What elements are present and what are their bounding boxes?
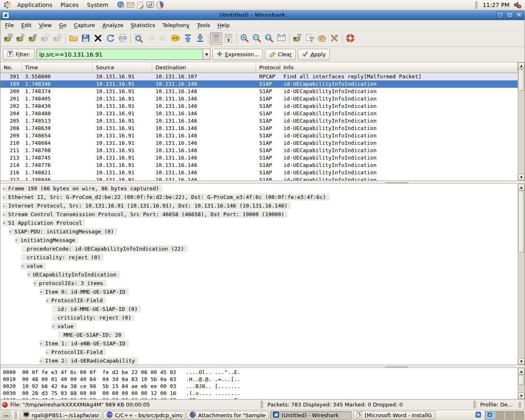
taskbar-grip[interactable] bbox=[14, 411, 17, 419]
workspace-1[interactable] bbox=[485, 411, 495, 419]
packet-detail-row[interactable]: id: id-MME-UE-S1AP-ID (0) bbox=[1, 305, 518, 313]
save-as-button[interactable] bbox=[80, 32, 92, 45]
workspace-2[interactable] bbox=[495, 411, 505, 419]
expression-button[interactable]: Expression... bbox=[212, 49, 263, 60]
panel-menu-applications[interactable]: Applications bbox=[13, 1, 57, 9]
menu-statistics[interactable]: Statistics bbox=[127, 21, 159, 30]
packet-row[interactable]: 2051.74851310.131.16.9110.131.16.146S1AP… bbox=[0, 117, 518, 125]
reload-button[interactable] bbox=[104, 32, 116, 45]
text-editor-launcher-icon[interactable] bbox=[135, 0, 145, 10]
menu-view[interactable]: View bbox=[35, 21, 55, 30]
packet-detail-row[interactable]: ▷Item 2: id-UERadioCapability bbox=[1, 356, 518, 365]
packet-detail-row[interactable]: ▽Item 0: id-MME-UE-S1AP-ID bbox=[1, 288, 518, 296]
office-chart-launcher-icon[interactable] bbox=[145, 0, 155, 10]
hex-line[interactable]: 0030 00 28 d3 75 03 88 00 00 00 00 00 00… bbox=[3, 390, 518, 397]
packet-detail-row[interactable]: ▷Internet Protocol, Src: 10.131.16.91 (1… bbox=[1, 201, 518, 210]
colorize-button[interactable] bbox=[210, 32, 222, 45]
expander-open-icon[interactable]: ▽ bbox=[34, 281, 39, 285]
expander-open-icon[interactable]: ▽ bbox=[3, 221, 8, 225]
packet-row[interactable]: 1991.74834610.131.16.9110.131.16.146S1AP… bbox=[0, 80, 518, 88]
main-menu-icon[interactable] bbox=[2, 0, 12, 10]
expander-closed-icon[interactable]: ▷ bbox=[3, 204, 8, 208]
panel-menu-places[interactable]: Places bbox=[57, 1, 83, 9]
minimize-button[interactable]: _ bbox=[496, 11, 504, 18]
expander-open-icon[interactable]: ▽ bbox=[27, 273, 33, 277]
zoom-out-button[interactable] bbox=[251, 32, 263, 45]
scroll-up-arrow[interactable]: ▲ bbox=[518, 368, 525, 374]
column-header-protocol[interactable]: Protocol▾ bbox=[256, 62, 280, 73]
filter-button[interactable]: Filter: bbox=[3, 49, 34, 60]
column-header-info[interactable]: Info bbox=[280, 62, 518, 73]
expander-closed-icon[interactable]: ▷ bbox=[3, 195, 8, 199]
expander-closed-icon[interactable]: ▷ bbox=[3, 187, 8, 191]
packet-row[interactable]: 2011.74840510.131.16.9110.131.16.146S1AP… bbox=[0, 95, 518, 103]
scroll-down-arrow[interactable]: ▼ bbox=[518, 393, 525, 399]
show-desktop-button[interactable] bbox=[1, 411, 11, 420]
menu-analyze[interactable]: Analyze bbox=[99, 21, 127, 30]
expander-open-icon[interactable]: ▽ bbox=[21, 264, 27, 268]
packet-row[interactable]: 2171.74884610.131.16.9110.131.16.146S1AP… bbox=[0, 176, 518, 180]
close-button[interactable]: ✕ bbox=[515, 11, 523, 18]
packet-row[interactable]: 2161.74882110.131.16.9110.131.16.146S1AP… bbox=[0, 169, 518, 176]
packet-row[interactable]: 2081.74863010.131.16.9110.131.16.146S1AP… bbox=[0, 125, 518, 132]
column-header-no[interactable]: No. bbox=[0, 62, 22, 73]
packet-detail-row[interactable]: criticality: reject (0) bbox=[1, 253, 518, 262]
packet-detail-row[interactable]: ▽UECapabilityInfoIndication bbox=[1, 270, 518, 279]
packet-detail-row[interactable]: ▽protocolIEs: 3 items bbox=[1, 279, 518, 288]
expander-closed-icon[interactable]: ▷ bbox=[40, 359, 45, 363]
packet-row[interactable]: 2021.74843010.131.16.9110.131.16.146S1AP… bbox=[0, 103, 518, 110]
menu-file[interactable]: File bbox=[1, 21, 18, 30]
packet-detail-row[interactable]: MME-UE-S1AP-ID: 20 bbox=[1, 331, 518, 339]
packet-detail-row[interactable]: ▽ProtocolIE-Field bbox=[1, 296, 518, 305]
packet-detail-row[interactable]: ▽initiatingMessage bbox=[1, 236, 518, 244]
expander-closed-icon[interactable]: ▷ bbox=[3, 212, 8, 217]
scroll-thumb[interactable] bbox=[518, 191, 524, 252]
expander-open-icon[interactable]: ▽ bbox=[15, 238, 21, 242]
capture-options-button[interactable] bbox=[14, 32, 27, 45]
packet-detail-row[interactable]: ▷Stream Control Transmission Protocol, S… bbox=[1, 210, 518, 219]
pie-chart-tool-launcher-icon[interactable] bbox=[155, 0, 165, 10]
packet-row[interactable]: 2131.74874510.131.16.9110.131.16.146S1AP… bbox=[0, 154, 518, 162]
go-to-bottom-button[interactable] bbox=[194, 32, 206, 45]
packet-row[interactable]: 3913.55860010.131.16.9110.131.16.107RPCA… bbox=[0, 73, 518, 80]
wireshark-window-icon[interactable] bbox=[2, 11, 9, 19]
coloring-rules-button[interactable] bbox=[316, 32, 328, 45]
display-filters-button[interactable] bbox=[304, 32, 316, 45]
packet-detail-row[interactable]: ▽S1 Application Protocol bbox=[1, 219, 518, 227]
expander-open-icon[interactable]: ▽ bbox=[9, 230, 14, 234]
column-header-time[interactable]: Time bbox=[22, 62, 93, 73]
packet-detail-row[interactable]: ▷Frame 199 (86 bytes on wire, 86 bytes c… bbox=[1, 184, 518, 193]
notification-tray-icon[interactable] bbox=[473, 411, 484, 420]
help-button[interactable] bbox=[344, 32, 356, 45]
menu-edit[interactable]: Edit bbox=[18, 21, 35, 30]
zoom-in-button[interactable] bbox=[238, 32, 251, 45]
filter-dropdown-arrow[interactable]: ▼ bbox=[203, 49, 210, 59]
list-interfaces-button[interactable] bbox=[2, 32, 14, 45]
panel-grip[interactable] bbox=[475, 1, 478, 9]
filter-input[interactable] bbox=[37, 49, 203, 59]
taskbar-window-wireshark[interactable]: (Untitled) - Wireshark bbox=[270, 411, 352, 420]
expander-open-icon[interactable]: ▽ bbox=[40, 290, 45, 294]
capture-start-button[interactable] bbox=[27, 32, 39, 45]
expert-info-indicator[interactable] bbox=[2, 402, 8, 408]
pane-separator-details-bytes[interactable] bbox=[0, 365, 525, 368]
menu-go[interactable]: Go bbox=[55, 21, 70, 30]
scroll-thumb[interactable] bbox=[518, 375, 524, 385]
hex-line[interactable]: 0040 00 24 40 0a 00 03 00 00 00 00 00 01… bbox=[3, 397, 518, 399]
preferences-button[interactable] bbox=[328, 32, 340, 45]
hex-line[interactable]: 0000 00 0f fe e3 4f 6c 00 0f fe d2 be 22… bbox=[3, 369, 518, 376]
email-client-launcher-icon[interactable] bbox=[126, 0, 135, 10]
packet-row[interactable]: 2091.74865410.131.16.9110.131.16.146S1AP… bbox=[0, 132, 518, 139]
packet-row[interactable]: 2101.74868410.131.16.9110.131.16.146S1AP… bbox=[0, 139, 518, 147]
scroll-up-arrow[interactable]: ▲ bbox=[518, 184, 525, 190]
zoom-100-button[interactable]: 1:1 bbox=[263, 32, 275, 45]
packet-detail-row[interactable]: procedureCode: id-UECapabilityInfoIndica… bbox=[1, 244, 518, 253]
bytes-scrollbar[interactable]: ▲▼ bbox=[518, 368, 525, 399]
hex-line[interactable]: 0020 10 92 b6 42 4a 38 ce 98 5b 15 84 ae… bbox=[3, 383, 518, 390]
menu-telephony[interactable]: Telephony bbox=[159, 21, 193, 30]
details-scrollbar[interactable]: ▲▼ bbox=[518, 184, 525, 365]
column-header-source[interactable]: Source bbox=[93, 62, 152, 73]
clock[interactable]: 11:27 PM bbox=[480, 2, 512, 8]
packet-detail-row[interactable]: ▽value bbox=[1, 322, 518, 331]
expander-open-icon[interactable]: ▽ bbox=[46, 299, 51, 303]
